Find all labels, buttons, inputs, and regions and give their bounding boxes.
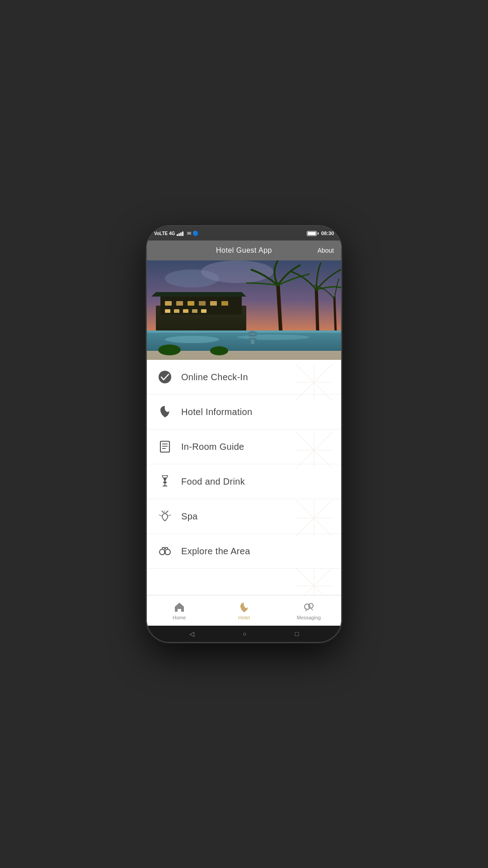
nav-hotel[interactable]: Hotel xyxy=(211,601,276,620)
explore-label: Explore the Area xyxy=(181,546,250,557)
menu-item-inroom[interactable]: In-Room Guide xyxy=(147,429,341,464)
svg-point-29 xyxy=(210,346,228,355)
svg-rect-14 xyxy=(192,309,197,313)
svg-rect-12 xyxy=(174,309,179,313)
svg-point-2 xyxy=(201,260,273,283)
back-button[interactable]: ◁ xyxy=(189,630,194,637)
battery-tip xyxy=(318,232,319,235)
battery-body xyxy=(307,231,317,236)
menu-item-explore[interactable]: Explore the Area xyxy=(147,534,341,569)
svg-rect-24 xyxy=(249,332,257,333)
home-icon xyxy=(173,601,186,613)
svg-rect-25 xyxy=(249,335,257,336)
status-left: VoLTE 4G ✉ 🔵 xyxy=(154,231,199,236)
phone-frame: VoLTE 4G ✉ 🔵 08:30 Hotel Guest App xyxy=(147,226,341,642)
menu-item-checkin[interactable]: Online Check-In xyxy=(147,360,341,395)
hotel-nav-label: Hotel xyxy=(238,615,250,620)
battery-fill xyxy=(308,232,316,235)
nav-home[interactable]: Home xyxy=(147,601,211,620)
menu-item-hotel-info[interactable]: Hotel Information xyxy=(147,395,341,429)
hotel-nav-icon xyxy=(238,601,250,613)
about-button[interactable]: About xyxy=(317,247,334,254)
signal-bar-1 xyxy=(177,234,178,236)
notification-icons: ✉ 🔵 xyxy=(187,231,199,236)
time-display: 08:30 xyxy=(321,231,334,236)
hotel-info-icon xyxy=(156,403,174,421)
spa-icon xyxy=(156,507,174,525)
signal-bars xyxy=(177,231,183,236)
carrier-text: VoLTE 4G xyxy=(154,231,175,236)
hotel-info-label: Hotel Information xyxy=(181,407,252,417)
svg-point-21 xyxy=(165,336,219,343)
checkin-label: Online Check-In xyxy=(181,372,248,382)
status-bar: VoLTE 4G ✉ 🔵 08:30 xyxy=(147,226,341,241)
explore-icon xyxy=(156,542,174,560)
messaging-nav-label: Messaging xyxy=(297,615,321,620)
signal-bar-3 xyxy=(180,232,182,236)
signal-bar-4 xyxy=(182,231,183,236)
svg-point-28 xyxy=(158,344,181,355)
inroom-guide-icon xyxy=(156,438,174,456)
svg-point-60 xyxy=(309,604,313,608)
svg-rect-13 xyxy=(183,309,188,313)
checkin-icon xyxy=(156,368,174,386)
home-nav-label: Home xyxy=(173,615,186,620)
svg-point-22 xyxy=(237,335,310,340)
svg-rect-9 xyxy=(210,301,217,306)
status-right: 08:30 xyxy=(307,231,334,236)
app-title: Hotel Guest App xyxy=(216,246,272,255)
spa-label: Spa xyxy=(181,511,198,522)
food-drink-icon xyxy=(156,472,174,491)
food-drink-label: Food and Drink xyxy=(181,476,245,487)
svg-point-46 xyxy=(159,371,171,383)
menu-list: Online Check-In Hotel Information xyxy=(147,360,341,595)
battery-icon xyxy=(307,231,319,236)
svg-rect-5 xyxy=(165,301,172,306)
menu-item-food[interactable]: Food and Drink xyxy=(147,464,341,499)
svg-rect-15 xyxy=(201,309,206,313)
svg-rect-26 xyxy=(249,338,257,340)
svg-line-45 xyxy=(296,568,332,595)
top-nav: Hotel Guest App About xyxy=(147,241,341,260)
nav-messaging[interactable]: Messaging xyxy=(277,601,341,620)
svg-rect-11 xyxy=(165,309,170,313)
gesture-bar: ◁ ○ □ xyxy=(147,626,341,642)
svg-rect-20 xyxy=(147,330,341,333)
svg-rect-8 xyxy=(199,301,206,306)
svg-rect-7 xyxy=(188,301,194,306)
inroom-guide-label: In-Room Guide xyxy=(181,442,244,452)
signal-bar-2 xyxy=(178,233,180,236)
messaging-icon xyxy=(302,601,315,613)
recents-button[interactable]: □ xyxy=(295,630,299,637)
svg-rect-48 xyxy=(160,441,169,452)
svg-rect-57 xyxy=(164,551,166,553)
svg-rect-10 xyxy=(221,301,228,306)
app-container: Hotel Guest App About xyxy=(147,241,341,626)
svg-rect-6 xyxy=(176,301,183,306)
svg-line-44 xyxy=(296,568,332,595)
home-button[interactable]: ○ xyxy=(243,630,246,637)
menu-item-spa[interactable]: Spa xyxy=(147,499,341,534)
hero-image xyxy=(147,260,341,360)
bottom-nav: Home Hotel xyxy=(147,595,341,626)
